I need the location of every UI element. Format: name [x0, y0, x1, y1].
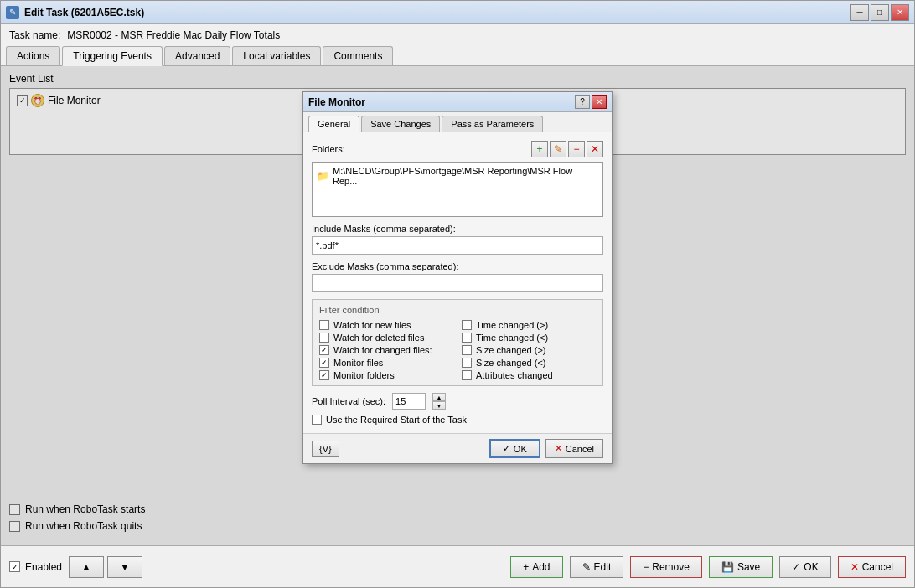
filter-section: Filter condition Watch for new files Tim…: [312, 299, 603, 386]
save-button[interactable]: 💾 Save: [709, 556, 773, 578]
include-masks-label: Include Masks (comma separated):: [312, 224, 603, 234]
folders-label: Folders:: [312, 144, 345, 154]
dialog-help-button[interactable]: ?: [575, 95, 590, 109]
app-icon: ✎: [6, 6, 19, 19]
edit-icon: ✎: [582, 561, 591, 573]
monitor-folders-row: Monitor folders: [319, 370, 453, 380]
file-monitor-dialog: File Monitor ? ✕ General Save Changes Pa…: [302, 91, 613, 464]
bottom-bar: Enabled ▲ ▼ + Add ✎ Edit − Remove: [1, 545, 914, 587]
clear-folders-button[interactable]: ✕: [587, 141, 603, 157]
title-bar: ✎ Edit Task (6201A5EC.tsk) ─ □ ✕: [1, 1, 914, 24]
spin-up-button[interactable]: ▲: [432, 393, 446, 401]
watch-deleted-files-checkbox[interactable]: [319, 333, 329, 343]
dialog-close-button[interactable]: ✕: [592, 95, 607, 109]
watch-deleted-files-row: Watch for deleted files: [319, 333, 453, 343]
time-changed-gt-checkbox[interactable]: [462, 320, 472, 330]
dialog-body: Folders: + ✎ − ✕ 📁 M:\NECD\Group\PFS\mor…: [303, 132, 612, 433]
use-required-start-label: Use the Required Start of the Task: [326, 415, 467, 425]
filter-grid: Watch for new files Time changed (>) Wat…: [319, 320, 596, 380]
watch-new-files-checkbox[interactable]: [319, 320, 329, 330]
window-controls: ─ □ ✕: [850, 4, 909, 21]
size-changed-gt-checkbox[interactable]: [462, 345, 472, 355]
checkmark-icon: ✓: [503, 443, 510, 454]
dialog-cancel-button[interactable]: ✕ Cancel: [545, 439, 603, 458]
watch-changed-files-checkbox[interactable]: [319, 345, 329, 355]
poll-interval-row: Poll Interval (sec): ▲ ▼: [312, 393, 603, 410]
size-changed-lt-row: Size changed (<): [462, 358, 596, 368]
dialog-tab-general[interactable]: General: [308, 116, 359, 132]
include-masks-input[interactable]: [312, 236, 603, 255]
dialog-tabs: General Save Changes Pass as Parameters: [303, 112, 612, 132]
move-down-button[interactable]: ▼: [107, 556, 142, 578]
time-changed-gt-label: Time changed (>): [476, 320, 548, 330]
maximize-button[interactable]: □: [871, 4, 889, 21]
time-changed-lt-label: Time changed (<): [476, 333, 548, 343]
watch-changed-files-row: Watch for changed files:: [319, 345, 453, 355]
monitor-files-row: Monitor files: [319, 358, 453, 368]
edit-button[interactable]: ✎ Edit: [570, 556, 624, 578]
footer-left: {V}: [312, 441, 339, 457]
tab-advanced[interactable]: Advanced: [164, 46, 230, 65]
monitor-files-label: Monitor files: [333, 358, 383, 368]
footer-right: ✓ OK ✕ Cancel: [489, 439, 603, 458]
remove-folder-button[interactable]: −: [568, 141, 585, 157]
cancel-button[interactable]: ✕ Cancel: [838, 556, 906, 578]
task-name-value: MSR0002 - MSR Freddie Mac Daily Flow Tot…: [67, 29, 280, 41]
variable-button[interactable]: {V}: [312, 441, 339, 457]
tab-triggering-events[interactable]: Triggering Events: [62, 46, 163, 66]
ok-button[interactable]: ✓ OK: [779, 556, 830, 578]
folder-path: M:\NECD\Group\PFS\mortgage\MSR Reporting…: [333, 166, 598, 186]
dialog-title: File Monitor: [308, 96, 575, 108]
enabled-checkbox[interactable]: [9, 561, 20, 572]
edit-folder-button[interactable]: ✎: [550, 141, 566, 157]
add-button[interactable]: + Add: [510, 556, 562, 578]
attributes-changed-row: Attributes changed: [462, 370, 596, 380]
add-icon: +: [523, 561, 529, 573]
minimize-button[interactable]: ─: [850, 4, 869, 21]
dialog-tab-save-changes[interactable]: Save Changes: [361, 116, 440, 132]
time-changed-lt-row: Time changed (<): [462, 333, 596, 343]
folders-toolbar: + ✎ − ✕: [531, 141, 603, 157]
tab-comments[interactable]: Comments: [323, 46, 393, 65]
spin-down-button[interactable]: ▼: [432, 401, 446, 410]
task-name-row: Task name: MSR0002 - MSR Freddie Mac Dai…: [1, 24, 914, 46]
dialog-footer: {V} ✓ OK ✕ Cancel: [303, 433, 612, 463]
use-required-start-checkbox[interactable]: [312, 415, 322, 425]
watch-new-files-row: Watch for new files: [319, 320, 453, 330]
folder-icon: 📁: [317, 170, 329, 182]
size-changed-lt-checkbox[interactable]: [462, 358, 472, 368]
main-tabs: Actions Triggering Events Advanced Local…: [1, 46, 914, 66]
monitor-files-checkbox[interactable]: [319, 358, 329, 368]
dialog-ok-button[interactable]: ✓ OK: [489, 439, 540, 458]
enabled-row: Enabled: [9, 561, 62, 573]
exclude-masks-input[interactable]: [312, 274, 603, 292]
main-content: Event List ⏰ File Monitor Run when RoboT…: [1, 66, 914, 587]
tab-local-variables[interactable]: Local variables: [232, 46, 321, 65]
folder-list: 📁 M:\NECD\Group\PFS\mortgage\MSR Reporti…: [312, 162, 603, 217]
x-icon: ✕: [555, 443, 562, 454]
remove-button[interactable]: − Remove: [630, 556, 702, 578]
add-folder-button[interactable]: +: [531, 141, 548, 157]
move-buttons: ▲ ▼: [69, 556, 142, 578]
dialog-tab-pass-as-params[interactable]: Pass as Parameters: [442, 116, 543, 132]
tab-actions[interactable]: Actions: [6, 46, 60, 65]
watch-changed-files-label: Watch for changed files:: [333, 345, 432, 355]
move-up-button[interactable]: ▲: [69, 556, 104, 578]
attributes-changed-checkbox[interactable]: [462, 370, 472, 380]
monitor-folders-checkbox[interactable]: [319, 370, 329, 380]
folder-item: 📁 M:\NECD\Group\PFS\mortgage\MSR Reporti…: [313, 163, 602, 188]
size-changed-gt-row: Size changed (>): [462, 345, 596, 355]
bottom-left: Enabled ▲ ▼: [9, 556, 142, 578]
use-required-start-row: Use the Required Start of the Task: [312, 415, 603, 425]
attributes-changed-label: Attributes changed: [476, 370, 553, 380]
poll-interval-input[interactable]: [392, 393, 426, 410]
exclude-masks-label: Exclude Masks (comma separated):: [312, 261, 603, 271]
cancel-x-icon: ✕: [850, 561, 859, 573]
save-icon: 💾: [721, 561, 734, 573]
time-changed-lt-checkbox[interactable]: [462, 333, 472, 343]
close-button[interactable]: ✕: [891, 4, 909, 21]
poll-interval-label: Poll Interval (sec):: [312, 396, 385, 406]
size-changed-lt-label: Size changed (<): [476, 358, 545, 368]
poll-interval-spinner: ▲ ▼: [432, 393, 446, 410]
size-changed-gt-label: Size changed (>): [476, 345, 545, 355]
